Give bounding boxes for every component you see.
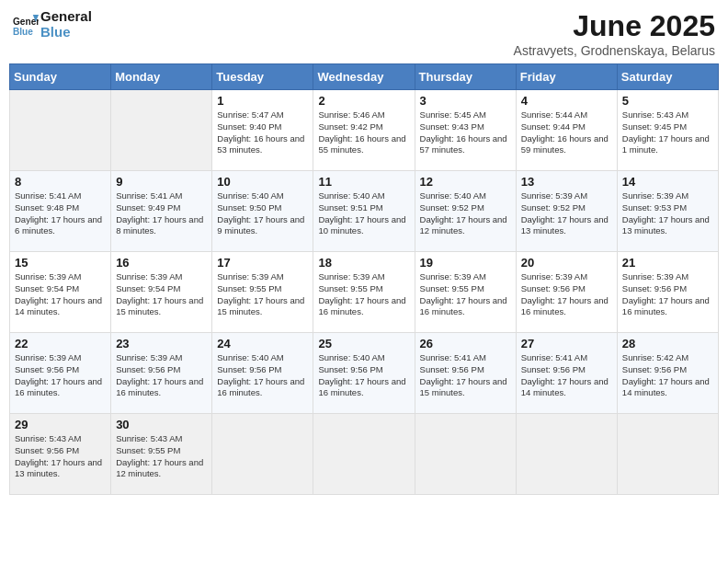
day-number: 10 — [217, 175, 308, 189]
day-info: Sunrise: 5:40 AMSunset: 9:50 PMDaylight:… — [217, 190, 304, 236]
day-number: 14 — [622, 175, 713, 189]
day-info: Sunrise: 5:45 AMSunset: 9:43 PMDaylight:… — [420, 109, 507, 155]
day-info: Sunrise: 5:39 AMSunset: 9:53 PMDaylight:… — [622, 190, 710, 236]
calendar-cell: 13 Sunrise: 5:39 AMSunset: 9:52 PMDaylig… — [516, 171, 617, 252]
calendar-cell: 17 Sunrise: 5:39 AMSunset: 9:55 PMDaylig… — [212, 252, 313, 333]
calendar-cell: 30 Sunrise: 5:43 AMSunset: 9:55 PMDaylig… — [111, 414, 212, 495]
day-info: Sunrise: 5:40 AMSunset: 9:51 PMDaylight:… — [318, 190, 405, 236]
day-number: 28 — [622, 337, 713, 350]
calendar-cell: 20 Sunrise: 5:39 AMSunset: 9:56 PMDaylig… — [516, 252, 617, 333]
logo-line2: Blue — [40, 25, 92, 40]
day-info: Sunrise: 5:40 AMSunset: 9:56 PMDaylight:… — [318, 352, 405, 397]
calendar-cell: 28 Sunrise: 5:42 AMSunset: 9:56 PMDaylig… — [617, 333, 718, 414]
calendar-cell — [617, 414, 718, 495]
day-info: Sunrise: 5:41 AMSunset: 9:56 PMDaylight:… — [420, 352, 507, 397]
day-number: 9 — [116, 175, 207, 189]
day-number: 26 — [420, 337, 511, 350]
calendar-cell: 12 Sunrise: 5:40 AMSunset: 9:52 PMDaylig… — [415, 171, 516, 252]
logo-line1: General — [40, 9, 92, 25]
day-info: Sunrise: 5:40 AMSunset: 9:52 PMDaylight:… — [420, 190, 507, 236]
calendar-cell: 18 Sunrise: 5:39 AMSunset: 9:55 PMDaylig… — [313, 252, 415, 333]
day-number: 4 — [521, 94, 612, 108]
calendar-cell: 26 Sunrise: 5:41 AMSunset: 9:56 PMDaylig… — [415, 333, 516, 414]
day-info: Sunrise: 5:41 AMSunset: 9:49 PMDaylight:… — [116, 190, 203, 236]
day-number: 23 — [116, 337, 207, 350]
week-row-1: 1 Sunrise: 5:47 AMSunset: 9:40 PMDayligh… — [10, 90, 719, 171]
calendar-cell: 9 Sunrise: 5:41 AMSunset: 9:49 PMDayligh… — [111, 171, 212, 252]
calendar-cell: 29 Sunrise: 5:43 AMSunset: 9:56 PMDaylig… — [10, 414, 111, 495]
day-info: Sunrise: 5:39 AMSunset: 9:55 PMDaylight:… — [420, 271, 507, 316]
weekday-header-friday: Friday — [516, 64, 617, 90]
day-number: 19 — [420, 256, 511, 270]
day-number: 8 — [15, 175, 106, 189]
week-row-4: 22 Sunrise: 5:39 AMSunset: 9:56 PMDaylig… — [10, 333, 719, 414]
day-number: 18 — [318, 256, 409, 270]
day-info: Sunrise: 5:44 AMSunset: 9:44 PMDaylight:… — [521, 109, 609, 155]
calendar-cell: 15 Sunrise: 5:39 AMSunset: 9:54 PMDaylig… — [10, 252, 111, 333]
calendar-cell: 3 Sunrise: 5:45 AMSunset: 9:43 PMDayligh… — [415, 90, 516, 171]
day-number: 17 — [217, 256, 308, 270]
weekday-header-tuesday: Tuesday — [212, 64, 313, 90]
day-info: Sunrise: 5:40 AMSunset: 9:56 PMDaylight:… — [217, 352, 304, 397]
logo-icon: General Blue — [13, 12, 39, 38]
day-number: 29 — [15, 418, 106, 431]
title-area: June 2025 Astravyets, Grodnenskaya, Bela… — [514, 9, 715, 58]
day-info: Sunrise: 5:43 AMSunset: 9:55 PMDaylight:… — [116, 433, 203, 478]
calendar-cell: 14 Sunrise: 5:39 AMSunset: 9:53 PMDaylig… — [617, 171, 718, 252]
day-info: Sunrise: 5:43 AMSunset: 9:56 PMDaylight:… — [15, 433, 102, 478]
logo: General Blue General Blue — [13, 9, 92, 40]
day-number: 3 — [420, 94, 511, 108]
day-info: Sunrise: 5:39 AMSunset: 9:54 PMDaylight:… — [15, 271, 102, 316]
day-number: 22 — [15, 337, 106, 350]
weekday-header-thursday: Thursday — [415, 64, 516, 90]
svg-text:Blue: Blue — [13, 26, 33, 36]
calendar-cell: 25 Sunrise: 5:40 AMSunset: 9:56 PMDaylig… — [313, 333, 415, 414]
calendar-body: 1 Sunrise: 5:47 AMSunset: 9:40 PMDayligh… — [10, 90, 719, 495]
day-info: Sunrise: 5:41 AMSunset: 9:48 PMDaylight:… — [15, 190, 102, 236]
weekday-header-wednesday: Wednesday — [313, 64, 415, 90]
calendar-cell: 16 Sunrise: 5:39 AMSunset: 9:54 PMDaylig… — [111, 252, 212, 333]
day-number: 12 — [420, 175, 511, 189]
day-number: 2 — [318, 94, 409, 108]
day-info: Sunrise: 5:39 AMSunset: 9:56 PMDaylight:… — [521, 271, 609, 316]
calendar-cell — [516, 414, 617, 495]
calendar-cell: 11 Sunrise: 5:40 AMSunset: 9:51 PMDaylig… — [313, 171, 415, 252]
day-info: Sunrise: 5:41 AMSunset: 9:56 PMDaylight:… — [521, 352, 609, 397]
day-number: 11 — [318, 175, 409, 189]
day-number: 13 — [521, 175, 612, 189]
calendar-cell — [415, 414, 516, 495]
page-header: General Blue General Blue June 2025 Astr… — [9, 9, 719, 58]
day-info: Sunrise: 5:39 AMSunset: 9:56 PMDaylight:… — [15, 352, 102, 397]
day-info: Sunrise: 5:39 AMSunset: 9:55 PMDaylight:… — [217, 271, 304, 316]
calendar-cell: 2 Sunrise: 5:46 AMSunset: 9:42 PMDayligh… — [313, 90, 415, 171]
day-info: Sunrise: 5:39 AMSunset: 9:56 PMDaylight:… — [622, 271, 710, 316]
calendar-cell: 27 Sunrise: 5:41 AMSunset: 9:56 PMDaylig… — [516, 333, 617, 414]
calendar-cell: 5 Sunrise: 5:43 AMSunset: 9:45 PMDayligh… — [617, 90, 718, 171]
calendar-header-row: SundayMondayTuesdayWednesdayThursdayFrid… — [10, 64, 719, 90]
day-info: Sunrise: 5:47 AMSunset: 9:40 PMDaylight:… — [217, 109, 304, 155]
month-title: June 2025 — [514, 9, 715, 43]
calendar-cell: 19 Sunrise: 5:39 AMSunset: 9:55 PMDaylig… — [415, 252, 516, 333]
calendar-cell: 1 Sunrise: 5:47 AMSunset: 9:40 PMDayligh… — [212, 90, 313, 171]
day-number: 20 — [521, 256, 612, 270]
calendar-cell — [313, 414, 415, 495]
day-info: Sunrise: 5:46 AMSunset: 9:42 PMDaylight:… — [318, 109, 405, 155]
day-info: Sunrise: 5:43 AMSunset: 9:45 PMDaylight:… — [622, 109, 710, 155]
week-row-2: 8 Sunrise: 5:41 AMSunset: 9:48 PMDayligh… — [10, 171, 719, 252]
calendar-cell — [212, 414, 313, 495]
weekday-header-saturday: Saturday — [617, 64, 718, 90]
calendar-table: SundayMondayTuesdayWednesdayThursdayFrid… — [9, 63, 719, 495]
day-number: 30 — [116, 418, 207, 431]
calendar-cell: 24 Sunrise: 5:40 AMSunset: 9:56 PMDaylig… — [212, 333, 313, 414]
calendar-cell: 10 Sunrise: 5:40 AMSunset: 9:50 PMDaylig… — [212, 171, 313, 252]
location-subtitle: Astravyets, Grodnenskaya, Belarus — [514, 43, 715, 58]
day-number: 24 — [217, 337, 308, 350]
day-info: Sunrise: 5:42 AMSunset: 9:56 PMDaylight:… — [622, 352, 710, 397]
week-row-5: 29 Sunrise: 5:43 AMSunset: 9:56 PMDaylig… — [10, 414, 719, 495]
weekday-header-monday: Monday — [111, 64, 212, 90]
day-number: 15 — [15, 256, 106, 270]
day-number: 5 — [622, 94, 713, 108]
day-number: 1 — [217, 94, 308, 108]
day-info: Sunrise: 5:39 AMSunset: 9:56 PMDaylight:… — [116, 352, 203, 397]
calendar-cell — [111, 90, 212, 171]
